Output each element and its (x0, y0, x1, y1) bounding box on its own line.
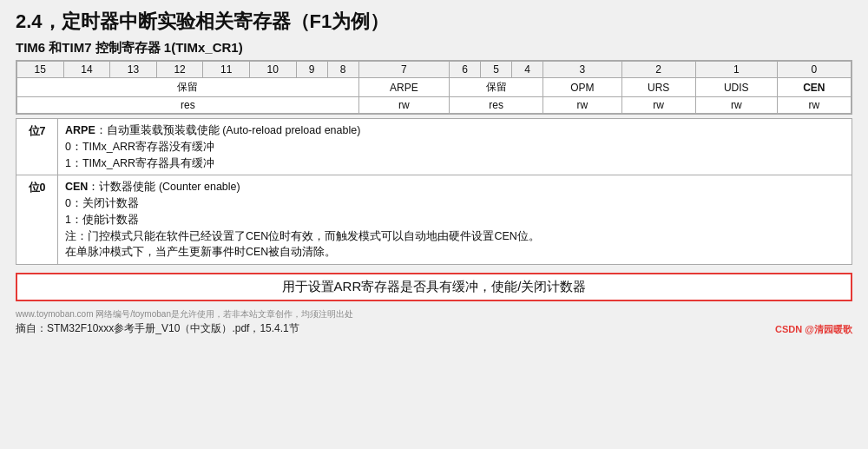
bit-9: 9 (296, 62, 327, 78)
bit-4: 4 (512, 62, 543, 78)
register-table-wrap: 15 14 13 12 11 10 9 8 7 6 5 4 3 2 1 0 (16, 60, 852, 115)
bit-15: 15 (17, 62, 64, 78)
highlight-box: 用于设置ARR寄存器是否具有缓冲，使能/关闭计数器 (16, 273, 852, 301)
reserved1-field: 保留 (17, 78, 359, 97)
bit-numbers-row: 15 14 13 12 11 10 9 8 7 6 5 4 3 2 1 0 (17, 62, 852, 78)
bit-5: 5 (481, 62, 512, 78)
arpe-field: ARPE (358, 78, 449, 97)
access-row: res rw res rw rw rw rw (17, 97, 852, 114)
bit-3: 3 (543, 62, 621, 78)
cen-field: CEN (777, 78, 851, 97)
opm-field: OPM (543, 78, 621, 97)
csdn-badge: CSDN @清园暖歌 (775, 323, 852, 336)
access-res1: res (17, 97, 359, 114)
urs-field: URS (621, 78, 695, 97)
access-rw3: rw (543, 97, 621, 114)
access-rw2: rw (621, 97, 695, 114)
bit-8: 8 (327, 62, 358, 78)
subtitle: TIM6 和TIM7 控制寄存器 1(TIMx_CR1) (16, 40, 852, 56)
register-table: 15 14 13 12 11 10 9 8 7 6 5 4 3 2 1 0 (16, 61, 852, 114)
cen-detail: CEN：计数器使能 (Counter enable) 0：关闭计数器 1：使能计… (58, 175, 852, 265)
bit-1: 1 (695, 62, 777, 78)
cen-row: 位0 CEN：计数器使能 (Counter enable) 0：关闭计数器 1：… (16, 175, 852, 265)
bit-7: 7 (358, 62, 449, 78)
udis-field: UDIS (695, 78, 777, 97)
bit-10: 10 (249, 62, 296, 78)
main-container: 2.4，定时器中断实验相关寄存器（F1为例） TIM6 和TIM7 控制寄存器 … (0, 0, 868, 449)
bit-13: 13 (110, 62, 157, 78)
arpe-detail: ARPE：自动重装载预装载使能 (Auto-reload preload ena… (58, 119, 852, 175)
bit-0: 0 (777, 62, 851, 78)
footer-source: 摘自：STM32F10xxx参考手册_V10（中文版）.pdf，15.4.1节 (16, 321, 353, 336)
bit-6: 6 (450, 62, 481, 78)
cen-bit-label: 位0 (16, 175, 58, 265)
arpe-bit-label: 位7 (16, 119, 58, 175)
footer: www.toymoban.com 网络编号/toymoban是允许使用，若非本站… (16, 308, 852, 336)
access-rw0: rw (777, 97, 851, 114)
bit-11: 11 (203, 62, 250, 78)
reg-names-row: 保留 ARPE 保留 OPM URS UDIS CEN (17, 78, 852, 97)
footer-watermark: www.toymoban.com 网络编号/toymoban是允许使用，若非本站… (16, 308, 353, 320)
page-title: 2.4，定时器中断实验相关寄存器（F1为例） (16, 9, 852, 35)
highlight-wrap: 用于设置ARR寄存器是否具有缓冲，使能/关闭计数器 (16, 268, 852, 306)
reserved2-field: 保留 (450, 78, 543, 97)
access-res2: res (450, 97, 543, 114)
arpe-row: 位7 ARPE：自动重装载预装载使能 (Auto-reload preload … (16, 119, 852, 175)
bit-12: 12 (156, 62, 203, 78)
access-rw7: rw (358, 97, 449, 114)
bit-detail-table: 位7 ARPE：自动重装载预装载使能 (Auto-reload preload … (16, 118, 852, 265)
footer-left: www.toymoban.com 网络编号/toymoban是允许使用，若非本站… (16, 308, 353, 336)
bit-14: 14 (63, 62, 110, 78)
access-rw1: rw (695, 97, 777, 114)
bit-2: 2 (621, 62, 695, 78)
